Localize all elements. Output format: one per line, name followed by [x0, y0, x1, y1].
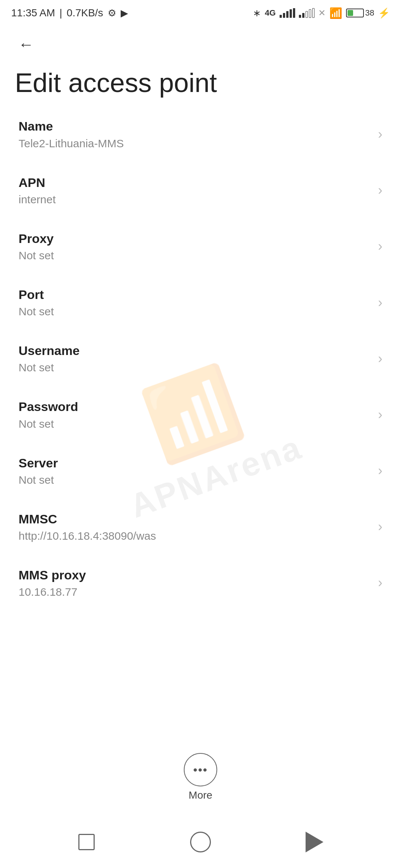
battery-percent: 38	[365, 8, 374, 18]
charging-icon: ⚡	[378, 7, 390, 19]
settings-value-username: Not set	[19, 360, 371, 375]
settings-item-mms-proxy[interactable]: MMS proxy 10.16.18.77 ›	[0, 555, 401, 611]
signal-bars-1	[280, 8, 295, 18]
nav-recents-button[interactable]	[72, 827, 101, 857]
settings-item-server[interactable]: Server Not set ›	[0, 443, 401, 499]
settings-label-server: Server	[19, 455, 371, 471]
back-arrow-icon: ←	[18, 37, 34, 52]
settings-item-apn[interactable]: APN internet ›	[0, 162, 401, 218]
nav-home-button[interactable]	[186, 827, 215, 857]
chevron-icon-mmsc: ›	[378, 519, 382, 535]
more-label: More	[189, 789, 212, 801]
chevron-icon-proxy: ›	[378, 239, 382, 254]
signal-bars-2	[299, 8, 314, 18]
header: ←	[0, 26, 401, 59]
more-button[interactable]: •••	[184, 753, 217, 786]
chevron-icon-password: ›	[378, 407, 382, 423]
chevron-icon-port: ›	[378, 295, 382, 310]
settings-item-port[interactable]: Port Not set ›	[0, 274, 401, 331]
settings-label-mms-proxy: MMS proxy	[19, 567, 371, 583]
settings-label-port: Port	[19, 286, 371, 303]
more-dots-icon: •••	[193, 763, 208, 777]
status-time: 11:35 AM	[11, 7, 55, 19]
page-title: Edit access point	[0, 59, 401, 106]
battery-fill	[348, 10, 353, 16]
settings-value-mms-proxy: 10.16.18.77	[19, 585, 371, 599]
settings-item-username[interactable]: Username Not set ›	[0, 331, 401, 387]
status-right: ∗ 4G ✕ 📶 38 ⚡	[253, 7, 390, 19]
bluetooth-icon: ∗	[253, 7, 261, 19]
settings-value-password: Not set	[19, 417, 371, 431]
settings-label-mmsc: MMSC	[19, 511, 371, 527]
settings-label-proxy: Proxy	[19, 230, 371, 247]
no-signal-icon: ✕	[318, 8, 326, 18]
settings-value-server: Not set	[19, 473, 371, 487]
status-bar: 11:35 AM | 0.7KB/s ⚙ ▶ ∗ 4G ✕ 📶 38	[0, 0, 401, 26]
camera-icon: ▶	[121, 7, 128, 19]
battery-box	[346, 9, 364, 17]
settings-icon: ⚙	[108, 7, 116, 19]
nav-square-icon	[78, 834, 95, 850]
settings-value-port: Not set	[19, 304, 371, 319]
chevron-icon-name: ›	[378, 126, 382, 142]
battery-indicator: 38	[346, 8, 374, 18]
settings-value-apn: internet	[19, 192, 371, 207]
settings-item-mmsc[interactable]: MMSC http://10.16.18.4:38090/was ›	[0, 499, 401, 555]
chevron-icon-server: ›	[378, 463, 382, 479]
chevron-icon-apn: ›	[378, 183, 382, 198]
status-left: 11:35 AM | 0.7KB/s ⚙ ▶	[11, 7, 128, 19]
nav-bar	[0, 816, 401, 868]
chevron-icon-mms-proxy: ›	[378, 575, 382, 591]
settings-label-apn: APN	[19, 174, 371, 191]
settings-value-mmsc: http://10.16.18.4:38090/was	[19, 529, 371, 543]
settings-value-proxy: Not set	[19, 248, 371, 263]
wifi-icon: 📶	[329, 7, 342, 19]
settings-label-name: Name	[19, 118, 371, 134]
lte-icon: 4G	[265, 8, 276, 18]
nav-back-button[interactable]	[300, 827, 329, 857]
more-section: ••• More	[0, 753, 401, 801]
nav-triangle-icon	[306, 832, 323, 852]
chevron-icon-username: ›	[378, 351, 382, 366]
nav-circle-icon	[190, 832, 211, 852]
back-button[interactable]: ←	[15, 33, 37, 56]
settings-label-password: Password	[19, 398, 371, 415]
settings-item-proxy[interactable]: Proxy Not set ›	[0, 218, 401, 274]
settings-label-username: Username	[19, 342, 371, 359]
settings-item-name[interactable]: Name Tele2-Lithuania-MMS ›	[0, 106, 401, 162]
settings-list: Name Tele2-Lithuania-MMS › APN internet …	[0, 106, 401, 611]
status-separator: |	[59, 7, 62, 19]
settings-item-password[interactable]: Password Not set ›	[0, 387, 401, 443]
settings-value-name: Tele2-Lithuania-MMS	[19, 136, 371, 151]
status-speed: 0.7KB/s	[67, 7, 103, 19]
